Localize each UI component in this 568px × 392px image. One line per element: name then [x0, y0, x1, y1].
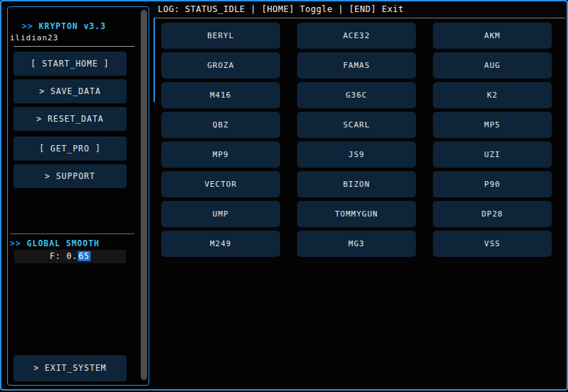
weapon-button[interactable]: UMP [161, 201, 280, 227]
username-label: ilidian23 [10, 33, 59, 42]
weapon-button[interactable]: M249 [161, 231, 280, 257]
divider [13, 46, 134, 47]
weapon-button[interactable]: M416 [161, 82, 280, 108]
exit-system-button[interactable]: > EXIT_SYSTEM [13, 355, 127, 381]
sidebar-panel: >> KRYPTON v3.3 ilidian23 [ START_HOME ]… [7, 6, 149, 386]
weapon-button[interactable]: GROZA [161, 52, 280, 79]
weapon-button[interactable]: BIZON [297, 171, 416, 197]
weapon-button[interactable]: AKM [433, 23, 552, 49]
weapon-button[interactable]: VSS [433, 231, 552, 257]
app-title: >> KRYPTON v3.3 [22, 21, 106, 31]
start-home-button[interactable]: [ START_HOME ] [13, 52, 127, 76]
reset-data-button[interactable]: > RESET_DATA [13, 107, 127, 131]
weapon-button[interactable]: SCARL [297, 112, 416, 138]
chevrons-icon: >> [22, 21, 33, 31]
weapon-button[interactable]: FAMAS [297, 52, 416, 79]
global-smooth-header: >> GLOBAL SMOOTH [10, 238, 100, 248]
weapon-button[interactable]: BERYL [161, 23, 280, 49]
weapon-button[interactable]: AUG [433, 52, 552, 79]
weapon-button[interactable]: DP28 [433, 201, 552, 227]
weapon-button[interactable]: QBZ [161, 112, 280, 138]
weapon-button[interactable]: JS9 [297, 142, 416, 168]
weapon-button[interactable]: MP5 [433, 112, 552, 138]
save-data-button[interactable]: > SAVE_DATA [13, 79, 127, 103]
app-title-text: KRYPTON v3.3 [33, 21, 106, 31]
weapon-button[interactable]: MP9 [161, 142, 280, 168]
weapon-button[interactable]: ACE32 [297, 23, 416, 49]
weapon-button[interactable]: MG3 [297, 231, 416, 257]
log-status-text: LOG: STATUS_IDLE | [HOME] Toggle | [END]… [153, 2, 565, 17]
selected-text: 65 [78, 251, 91, 261]
log-bar: LOG: STATUS_IDLE | [HOME] Toggle | [END]… [153, 2, 565, 18]
weapon-button[interactable]: P90 [433, 171, 552, 197]
support-button[interactable]: > SUPPORT [13, 164, 127, 188]
weapon-button[interactable]: VECTOR [161, 171, 280, 197]
divider [10, 234, 134, 234]
weapon-button[interactable]: TOMMYGUN [297, 201, 416, 227]
smooth-factor-field[interactable]: F: 0.65 [14, 250, 126, 263]
global-smooth-label: GLOBAL SMOOTH [21, 238, 100, 248]
weapons-grid: BERYL ACE32 AKM GROZA FAMAS AUG M416 G36… [161, 23, 552, 257]
sidebar-scrollbar[interactable] [141, 10, 147, 380]
smooth-factor-prefix: F: 0. [50, 251, 78, 261]
weapon-button[interactable]: UZI [433, 142, 552, 168]
weapon-button[interactable]: K2 [433, 82, 552, 108]
app-window: >> KRYPTON v3.3 ilidian23 [ START_HOME ]… [0, 0, 568, 391]
weapon-button[interactable]: G36C [297, 82, 416, 108]
chevrons-icon: >> [10, 238, 21, 248]
get-pro-button[interactable]: [ GET_PRO ] [13, 137, 127, 161]
